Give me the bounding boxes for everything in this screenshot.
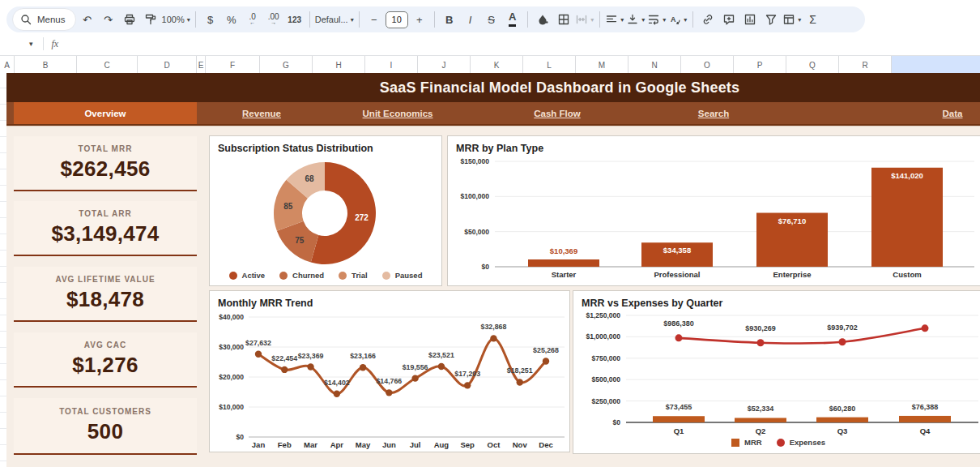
kpi-label: TOTAL CUSTOMERS: [59, 407, 151, 416]
kpi-label: AVG LIFETIME VALUE: [55, 275, 155, 284]
strikethrough-button[interactable]: S: [482, 10, 501, 29]
borders-button[interactable]: [554, 10, 573, 29]
undo-button[interactable]: ↶: [78, 10, 97, 29]
row-gridline: [0, 250, 6, 251]
nav-tab-revenue[interactable]: Revenue: [205, 102, 318, 124]
column-header-A[interactable]: A: [0, 56, 15, 74]
svg-text:$939,702: $939,702: [827, 323, 858, 332]
insert-chart-button[interactable]: [740, 10, 760, 29]
monthly-mrr-trend-panel[interactable]: Monthly MRR Trend $0$10,000$20,000$30,00…: [209, 290, 570, 452]
mrr-vs-expenses-panel[interactable]: MRR vs Expenses by Quarter $0$250,000$50…: [573, 290, 980, 454]
svg-text:Oct: Oct: [488, 440, 501, 449]
fx-icon: fx: [52, 38, 59, 50]
insert-comment-button[interactable]: [719, 10, 739, 29]
nav-tab-search[interactable]: Search: [657, 102, 770, 124]
nav-tab-cash-flow[interactable]: Cash Flow: [501, 102, 614, 124]
row-gridline: [0, 461, 6, 461]
more-formats-button[interactable]: 123: [285, 10, 305, 29]
dashboard-banner[interactable]: SaaS Financial Model Dashboard in Google…: [6, 73, 980, 102]
column-header-K[interactable]: K: [471, 56, 523, 74]
kpi-card-total-arr[interactable]: TOTAL ARR $3,149,474: [14, 201, 197, 256]
column-header-H[interactable]: H: [313, 56, 365, 74]
svg-text:75: 75: [295, 236, 305, 245]
subscription-status-panel[interactable]: Subscription Status Distribution 2727585…: [209, 135, 442, 286]
horizontal-align-button[interactable]: ▾: [605, 10, 624, 29]
chart-title: MRR vs Expenses by Quarter: [582, 298, 722, 309]
column-header-E[interactable]: E: [197, 56, 206, 74]
svg-text:$10,000: $10,000: [219, 403, 244, 411]
row-gridline: [0, 347, 6, 348]
format-currency-button[interactable]: $: [201, 10, 220, 29]
column-header-R[interactable]: R: [839, 56, 892, 74]
menus-search[interactable]: Menus: [12, 10, 76, 29]
column-header-I[interactable]: I: [365, 56, 418, 74]
column-header-G[interactable]: G: [260, 56, 313, 74]
format-percent-button[interactable]: %: [222, 10, 241, 29]
name-box-dropdown[interactable]: ▾: [29, 40, 33, 48]
nav-tab-overview[interactable]: Overview: [14, 102, 197, 124]
svg-text:Professional: Professional: [654, 270, 700, 279]
legend-item-mrr: MRR: [731, 438, 762, 447]
column-header-P[interactable]: P: [734, 56, 786, 74]
column-header-B[interactable]: B: [15, 56, 77, 74]
svg-text:$1,250,000: $1,250,000: [586, 311, 620, 319]
svg-text:Apr: Apr: [330, 440, 344, 449]
svg-text:Dec: Dec: [539, 440, 552, 449]
text-wrapping-button[interactable]: ▾: [647, 10, 667, 29]
google-sheets-app: Menus↶↷100%▾$%.0←.00→123Defaul...▾−10+BI…: [0, 0, 980, 467]
kpi-card-total-mrr[interactable]: TOTAL MRR $262,456: [14, 136, 197, 191]
font-size-input[interactable]: 10: [386, 10, 408, 29]
print-button[interactable]: [120, 10, 139, 29]
selected-columns-highlight[interactable]: [892, 56, 980, 74]
mrr-by-plan-panel[interactable]: MRR by Plan Type $0$50,000$100,000$150,0…: [447, 135, 980, 286]
search-icon: [19, 13, 32, 26]
text-rotation-icon: A: [668, 13, 681, 26]
chart-title: Monthly MRR Trend: [218, 298, 313, 309]
column-header-Q[interactable]: Q: [786, 56, 839, 74]
format-style-select[interactable]: Defaul...▾: [315, 10, 354, 29]
row-gridline: [0, 428, 6, 429]
column-header-L[interactable]: L: [523, 56, 576, 74]
increase-font-size-button[interactable]: +: [410, 10, 429, 29]
column-header-C[interactable]: C: [77, 56, 138, 74]
vertical-align-button[interactable]: ▾: [626, 10, 646, 29]
nav-tab-data[interactable]: Data: [896, 102, 980, 124]
kpi-card-avg-lifetime-value[interactable]: AVG LIFETIME VALUE $18,478: [14, 267, 197, 322]
legend-dot: [777, 439, 785, 447]
functions-button[interactable]: Σ: [803, 10, 823, 29]
decrease-decimals-button[interactable]: .0←: [243, 10, 262, 29]
divider: [434, 11, 435, 28]
fill-color-icon[interactable]: [533, 10, 552, 29]
row-gridline: [0, 379, 6, 380]
nav-tab-unit-economics[interactable]: Unit Economics: [341, 102, 454, 124]
column-header-M[interactable]: M: [576, 56, 628, 74]
zoom-select[interactable]: 100%▾: [162, 10, 190, 29]
column-header-N[interactable]: N: [628, 56, 681, 74]
svg-text:May: May: [356, 440, 371, 449]
text-rotation-button[interactable]: A▾: [668, 10, 688, 29]
kpi-card-avg-cac[interactable]: AVG CAC $1,276: [14, 332, 197, 388]
svg-text:$32,868: $32,868: [481, 323, 507, 331]
column-header-D[interactable]: D: [138, 56, 197, 74]
legend-item-paused: Paused: [382, 271, 423, 280]
menus-label: Menus: [37, 15, 66, 24]
svg-text:Feb: Feb: [278, 440, 292, 449]
redo-button[interactable]: ↷: [99, 10, 118, 29]
column-header-J[interactable]: J: [418, 56, 471, 74]
decrease-font-size-button[interactable]: −: [364, 10, 384, 29]
column-header-F[interactable]: F: [206, 56, 260, 74]
text-color-button[interactable]: A: [503, 10, 522, 29]
table-views-button[interactable]: ▾: [782, 10, 802, 29]
create-filter-button[interactable]: [761, 10, 781, 29]
kpi-card-total-customers[interactable]: TOTAL CUSTOMERS 500: [14, 398, 197, 455]
paint-format-button[interactable]: [141, 10, 160, 29]
vertical-align-icon: [626, 13, 639, 26]
increase-decimals-button[interactable]: .00→: [264, 10, 283, 29]
mrr-vs-expenses-chart: $0$250,000$500,000$750,000$1,000,000$1,2…: [573, 291, 980, 453]
merge-cells-button[interactable]: ▾: [575, 10, 594, 29]
insert-link-button[interactable]: [698, 10, 718, 29]
bold-button[interactable]: B: [440, 10, 459, 29]
column-header-O[interactable]: O: [681, 56, 734, 74]
italic-button[interactable]: I: [461, 10, 480, 29]
legend-square: [731, 439, 739, 447]
